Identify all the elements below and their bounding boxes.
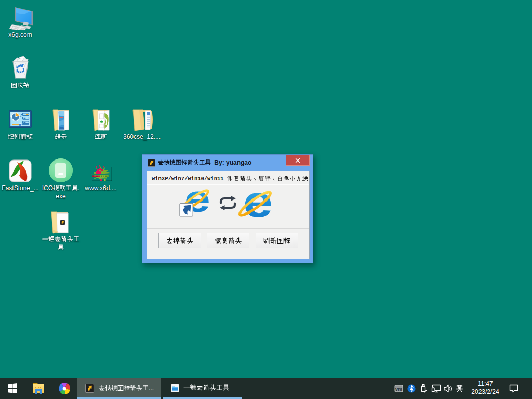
svg-text:e: e	[243, 176, 273, 226]
svg-text:vm: vm	[395, 387, 402, 392]
